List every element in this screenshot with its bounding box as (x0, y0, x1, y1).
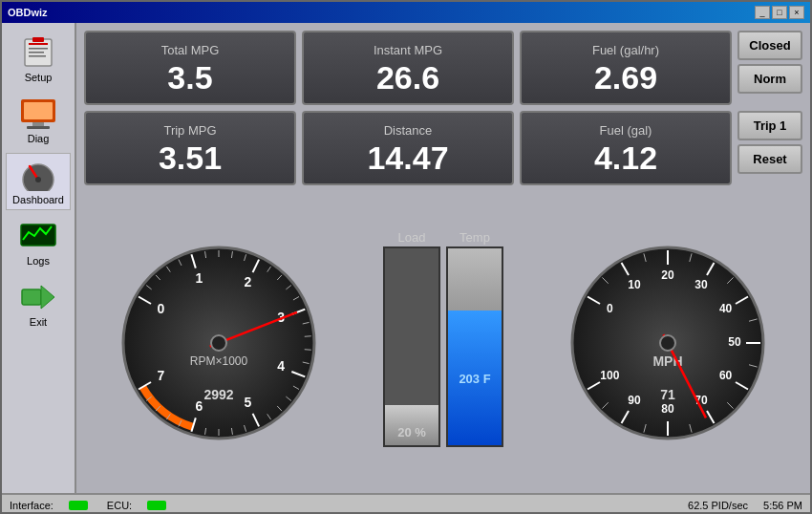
svg-marker-14 (41, 286, 54, 309)
sidebar: Setup Diag Dashboard (2, 23, 76, 493)
rpm-canvas (114, 233, 324, 443)
temp-label: Temp (459, 230, 490, 245)
load-bar-wrapper: Load 20 % (383, 230, 440, 447)
right-buttons-top: Closed Norm (737, 31, 802, 105)
sidebar-item-exit[interactable]: Exit (6, 275, 71, 332)
window-controls[interactable]: _ □ × (755, 6, 804, 19)
top-metrics-row: Total MPG 3.5 Instant MPG 26.6 Fuel (gal… (84, 31, 802, 105)
temp-bar-wrapper: Temp 203 F (446, 230, 503, 447)
fuel-rate-value: 2.69 (594, 61, 657, 94)
interface-led (69, 501, 88, 510)
load-label: Load (398, 230, 426, 245)
logs-label: Logs (27, 255, 50, 267)
bottom-metrics-row: Trip MPG 3.51 Distance 14.47 Fuel (gal) … (84, 111, 802, 185)
instant-mpg-value: 26.6 (376, 61, 439, 94)
sidebar-item-logs[interactable]: Logs (6, 214, 71, 271)
norm-button[interactable]: Norm (737, 64, 802, 94)
exit-label: Exit (30, 316, 47, 328)
trip1-button[interactable]: Trip 1 (737, 111, 802, 140)
sidebar-item-setup[interactable]: Setup (6, 31, 71, 88)
dashboard-area: Load 20 % Temp (84, 191, 802, 485)
sidebar-item-dashboard[interactable]: Dashboard (6, 153, 71, 210)
temp-bar-top (448, 248, 502, 311)
instant-mpg-box: Instant MPG 26.6 (302, 31, 514, 105)
reset-button[interactable]: Reset (737, 144, 802, 174)
trip-mpg-box: Trip MPG 3.51 (84, 111, 296, 185)
trip-mpg-label: Trip MPG (163, 123, 216, 138)
total-mpg-value: 3.5 (167, 61, 212, 94)
dashboard-icon (19, 158, 57, 192)
ecu-label: ECU: (107, 500, 132, 511)
fuel-rate-label: Fuel (gal/hr) (592, 43, 659, 57)
load-value-text: 20 % (385, 425, 438, 439)
diag-icon (19, 96, 57, 131)
titlebar: OBDwiz _ □ × (2, 2, 810, 23)
pid-rate: 62.5 PID/sec (688, 500, 748, 511)
setup-icon (19, 35, 57, 70)
setup-label: Setup (25, 72, 53, 83)
svg-point-11 (35, 177, 41, 182)
fuel-gal-box: Fuel (gal) 4.12 (520, 111, 732, 185)
bar-meters-row: Load 20 % Temp (383, 230, 503, 447)
closed-button[interactable]: Closed (737, 31, 802, 60)
svg-rect-9 (27, 126, 50, 129)
distance-box: Distance 14.47 (302, 111, 514, 185)
svg-rect-4 (29, 55, 46, 57)
app-title: OBDwiz (8, 7, 48, 18)
temp-bar-outer: 203 F (446, 246, 503, 447)
dashboard-label: Dashboard (12, 194, 64, 205)
instant-mpg-label: Instant MPG (374, 43, 442, 57)
content-area: Total MPG 3.5 Instant MPG 26.6 Fuel (gal… (76, 23, 810, 493)
svg-rect-8 (32, 122, 44, 126)
speed-canvas (563, 233, 773, 443)
svg-rect-1 (29, 43, 48, 45)
speed-gauge (563, 233, 773, 443)
interface-label: Interface: (10, 500, 53, 511)
svg-rect-2 (29, 48, 48, 50)
right-buttons-bottom: Trip 1 Reset (737, 111, 802, 185)
svg-rect-7 (24, 102, 53, 119)
fuel-gal-label: Fuel (gal) (600, 123, 652, 138)
fuel-rate-box: Fuel (gal/hr) 2.69 (520, 31, 732, 105)
svg-rect-5 (32, 37, 44, 42)
distance-label: Distance (384, 123, 433, 138)
rpm-gauge (114, 233, 324, 443)
trip-mpg-value: 3.51 (159, 141, 222, 174)
main-container: Setup Diag Dashboard (2, 23, 810, 493)
ecu-led (147, 501, 166, 510)
distance-value: 14.47 (367, 141, 448, 174)
total-mpg-label: Total MPG (161, 43, 220, 57)
statusbar: Interface: ECU: 62.5 PID/sec 5:56 PM (2, 493, 810, 514)
sidebar-item-diag[interactable]: Diag (6, 92, 71, 149)
minimize-button[interactable]: _ (755, 6, 770, 19)
svg-rect-13 (22, 289, 41, 305)
diag-label: Diag (28, 133, 50, 144)
temp-value-text: 203 F (448, 372, 502, 386)
exit-icon (19, 280, 57, 314)
bar-meters: Load 20 % Temp (383, 230, 503, 447)
svg-rect-3 (29, 52, 44, 54)
total-mpg-box: Total MPG 3.5 (84, 31, 296, 105)
close-button[interactable]: × (789, 6, 804, 19)
load-bar-outer: 20 % (383, 246, 440, 447)
status-right: 62.5 PID/sec 5:56 PM (688, 500, 802, 511)
logs-icon (19, 219, 57, 253)
current-time: 5:56 PM (763, 500, 802, 511)
maximize-button[interactable]: □ (772, 6, 787, 19)
fuel-gal-value: 4.12 (594, 141, 657, 174)
